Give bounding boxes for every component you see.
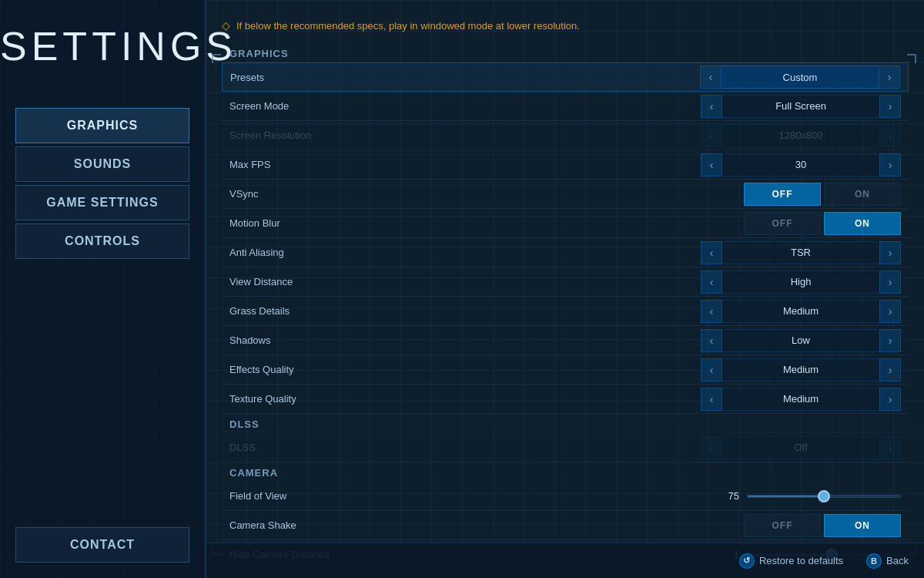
back-button[interactable]: B Back — [866, 553, 909, 569]
effects-quality-arrow-left[interactable]: ‹ — [701, 358, 722, 381]
view-distance-label: View Distance — [229, 276, 701, 287]
main-content: ◇ If below the recommended specs, play i… — [206, 0, 924, 578]
settings-row-max-fps: Max FPS ‹ 30 › — [222, 150, 909, 180]
screen-resolution-arrow-left: ‹ — [701, 124, 722, 147]
view-distance-control: ‹ High › — [701, 271, 901, 294]
settings-row-texture-quality: Texture Quality ‹ Medium › — [222, 385, 909, 414]
settings-row-presets: Presets ‹ Custom › — [222, 62, 909, 92]
dlss-arrow-right: › — [879, 436, 901, 459]
section-header-dlss: DLSS — [222, 414, 909, 433]
screen-mode-arrow-left[interactable]: ‹ — [701, 95, 722, 118]
max-fps-label: Max FPS — [229, 159, 701, 170]
sidebar-bottom: Contact — [0, 527, 205, 578]
settings-row-screen-resolution: Screen Resolution ‹ 1280x800 › — [222, 121, 909, 150]
restore-defaults-button[interactable]: ↺ Restore to defaults — [739, 553, 843, 569]
camera-shake-on-btn[interactable]: ON — [824, 514, 901, 537]
sidebar: SETTINGS Graphics Sounds Game Settings C… — [0, 0, 206, 578]
anti-aliasing-control: ‹ TSR › — [701, 241, 901, 264]
grass-details-arrow-right[interactable]: › — [879, 300, 901, 323]
anti-aliasing-label: Anti Aliasing — [229, 247, 701, 258]
field-of-view-fill — [748, 496, 824, 497]
dlss-label: DLSS — [229, 442, 701, 453]
shadows-label: Shadows — [229, 334, 701, 346]
anti-aliasing-value: TSR — [722, 241, 879, 264]
motion-blur-control: OFF ON — [701, 212, 901, 235]
dlss-arrow-left: ‹ — [701, 436, 722, 459]
vsync-control: OFF ON — [701, 183, 901, 206]
sidebar-item-sounds[interactable]: Sounds — [15, 146, 189, 182]
camera-shake-label: Camera Shake — [229, 519, 701, 531]
nav-items: Graphics Sounds Game Settings Controls — [0, 108, 205, 259]
camera-shake-off-btn[interactable]: OFF — [744, 514, 821, 537]
effects-quality-value: Medium — [722, 358, 879, 381]
field-of-view-thumb[interactable] — [818, 490, 830, 502]
shadows-value: Low — [722, 329, 879, 352]
sidebar-item-controls[interactable]: Controls — [15, 223, 189, 259]
contact-button[interactable]: Contact — [15, 527, 189, 563]
screen-mode-arrow-right[interactable]: › — [879, 95, 901, 118]
max-fps-control: ‹ 30 › — [701, 153, 901, 176]
field-of-view-slider[interactable] — [747, 495, 901, 498]
view-distance-arrow-left[interactable]: ‹ — [701, 271, 722, 294]
presets-label: Presets — [230, 72, 700, 83]
presets-control: ‹ Custom › — [700, 66, 900, 89]
settings-row-field-of-view: Field of View 75 — [222, 482, 909, 511]
field-of-view-control: 75 — [670, 490, 901, 502]
screen-mode-value: Full Screen — [722, 95, 879, 118]
screen-resolution-control: ‹ 1280x800 › — [701, 124, 901, 147]
sidebar-item-graphics[interactable]: Graphics — [15, 108, 189, 143]
dlss-value: Off — [722, 436, 879, 459]
max-fps-arrow-right[interactable]: › — [879, 153, 901, 176]
effects-quality-control: ‹ Medium › — [701, 358, 901, 381]
field-of-view-label: Field of View — [229, 490, 670, 502]
sidebar-item-game-settings[interactable]: Game Settings — [15, 185, 189, 220]
warning-text: If below the recommended specs, play in … — [236, 20, 580, 32]
restore-icon: ↺ — [739, 553, 755, 569]
restore-label: Restore to defaults — [759, 555, 843, 566]
settings-row-dlss: DLSS ‹ Off › — [222, 433, 909, 462]
settings-row-camera-shake: Camera Shake OFF ON — [222, 511, 909, 540]
effects-quality-arrow-right[interactable]: › — [879, 358, 901, 381]
effects-quality-label: Effects Quality — [229, 364, 701, 375]
screen-resolution-value: 1280x800 — [722, 124, 879, 147]
texture-quality-control: ‹ Medium › — [701, 388, 901, 411]
max-fps-arrow-left[interactable]: ‹ — [701, 153, 722, 176]
grass-details-value: Medium — [722, 300, 879, 323]
presets-value: Custom — [721, 66, 879, 89]
field-of-view-value: 75 — [716, 490, 739, 502]
settings-row-effects-quality: Effects Quality ‹ Medium › — [222, 355, 909, 385]
view-distance-value: High — [722, 271, 879, 294]
motion-blur-label: Motion Blur — [229, 217, 701, 229]
vsync-on-btn[interactable]: ON — [824, 183, 901, 206]
settings-row-motion-blur: Motion Blur OFF ON — [222, 209, 909, 238]
shadows-control: ‹ Low › — [701, 329, 901, 352]
anti-aliasing-arrow-right[interactable]: › — [879, 241, 901, 264]
texture-quality-arrow-right[interactable]: › — [879, 388, 901, 411]
presets-arrow-left[interactable]: ‹ — [700, 66, 721, 89]
screen-mode-control: ‹ Full Screen › — [701, 95, 901, 118]
settings-row-vsync: VSync OFF ON — [222, 180, 909, 209]
camera-shake-control: OFF ON — [701, 514, 901, 537]
back-label: Back — [886, 555, 909, 566]
presets-arrow-right[interactable]: › — [879, 66, 900, 89]
motion-blur-on-btn[interactable]: ON — [824, 212, 901, 235]
view-distance-arrow-right[interactable]: › — [879, 271, 901, 294]
shadows-arrow-left[interactable]: ‹ — [701, 329, 722, 352]
anti-aliasing-arrow-left[interactable]: ‹ — [701, 241, 722, 264]
warning-icon: ◇ — [222, 19, 230, 32]
max-fps-value: 30 — [722, 153, 879, 176]
bottom-bar: ↺ Restore to defaults B Back — [206, 543, 924, 578]
settings-row-grass-details: Grass Details ‹ Medium › — [222, 297, 909, 326]
settings-row-view-distance: View Distance ‹ High › — [222, 267, 909, 297]
vsync-label: VSync — [229, 188, 701, 200]
texture-quality-label: Texture Quality — [229, 393, 701, 405]
vsync-off-btn[interactable]: OFF — [744, 183, 821, 206]
grass-details-control: ‹ Medium › — [701, 300, 901, 323]
warning-message: ◇ If below the recommended specs, play i… — [222, 15, 909, 35]
screen-resolution-label: Screen Resolution — [229, 129, 701, 141]
section-header-graphics: Graphics — [222, 43, 909, 62]
texture-quality-arrow-left[interactable]: ‹ — [701, 388, 722, 411]
grass-details-arrow-left[interactable]: ‹ — [701, 300, 722, 323]
shadows-arrow-right[interactable]: › — [879, 329, 901, 352]
motion-blur-off-btn[interactable]: OFF — [744, 212, 821, 235]
